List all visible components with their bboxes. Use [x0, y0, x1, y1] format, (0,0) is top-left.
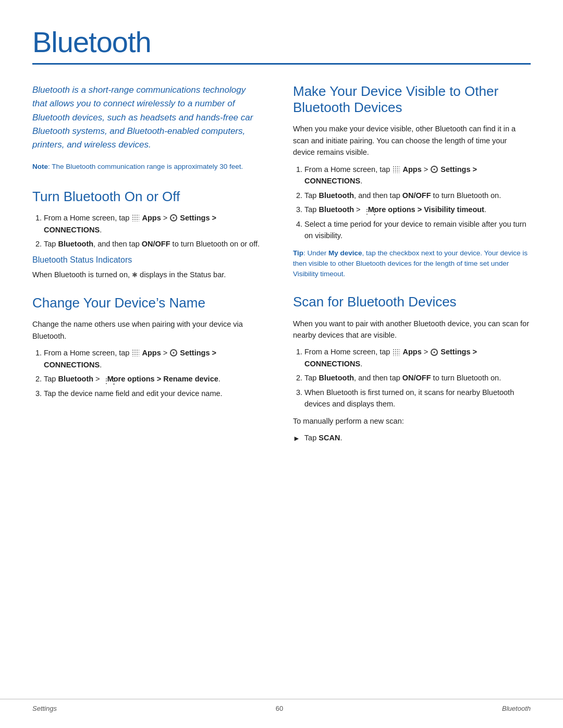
main-content: Bluetooth is a short-range communication…: [32, 83, 531, 459]
section-make-visible: Make Your Device Visible to Other Blueto…: [293, 83, 531, 279]
step-2: Tap Bluetooth, and then tap ON/OFF to tu…: [44, 238, 262, 250]
section-change-name: Change Your Device’s Name Change the nam…: [32, 295, 262, 399]
bluetooth-symbol: ✱: [132, 270, 138, 280]
change-name-step-1: From a Home screen, tap Apps > Settings …: [44, 347, 262, 371]
section-scan: Scan for Bluetooth Devices When you want…: [293, 294, 531, 445]
section-title-make-visible: Make Your Device Visible to Other Blueto…: [293, 83, 531, 116]
change-name-steps: From a Home screen, tap Apps > Settings …: [32, 347, 262, 399]
make-visible-tip: Tip: Under My device, tap the checkbox n…: [293, 248, 531, 280]
left-column: Bluetooth is a short-range communication…: [32, 83, 262, 459]
note-paragraph: Note: The Bluetooth communication range …: [32, 162, 262, 172]
settings-icon: [170, 214, 177, 221]
more-options-icon: ⋮: [103, 375, 105, 382]
change-name-step-3: Tap the device name field and edit your …: [44, 388, 262, 399]
arrow-icon: ►: [293, 433, 300, 445]
apps-icon-3: [393, 166, 400, 173]
status-indicators-body: When Bluetooth is turned on, ✱ displays …: [32, 269, 262, 280]
scan-steps: From a Home screen, tap Apps > Settings …: [293, 346, 531, 410]
make-visible-steps: From a Home screen, tap Apps > Settings …: [293, 164, 531, 242]
section-turn-on-off: Turn Bluetooth On or Off From a Home scr…: [32, 189, 262, 280]
note-content: : The Bluetooth communication range is a…: [48, 163, 243, 170]
footer-center: 60: [276, 705, 283, 712]
make-visible-step-3: Tap Bluetooth > ⋮ More options > Visibil…: [304, 204, 531, 215]
scan-step-1: From a Home screen, tap Apps > Settings …: [304, 346, 531, 369]
section-title-scan: Scan for Bluetooth Devices: [293, 294, 531, 310]
page-footer: Settings 60 Bluetooth: [0, 699, 563, 712]
page: Bluetooth Bluetooth is a short-range com…: [0, 0, 563, 728]
turn-on-off-steps: From a Home screen, tap Apps > Settings …: [32, 212, 262, 250]
scan-step-3: When Bluetooth is first turned on, it sc…: [304, 387, 531, 410]
page-title: Bluetooth: [32, 25, 531, 59]
right-column: Make Your Device Visible to Other Blueto…: [293, 83, 531, 459]
make-visible-step-1: From a Home screen, tap Apps > Settings …: [304, 164, 531, 187]
apps-icon-4: [393, 349, 400, 356]
scan-manual-label: To manually perform a new scan:: [293, 415, 531, 427]
apps-icon: [132, 214, 139, 221]
change-name-intro: Change the name others use when pairing …: [32, 318, 262, 342]
make-visible-step-2: Tap Bluetooth, and then tap ON/OFF to tu…: [304, 190, 531, 201]
make-visible-intro: When you make your device visible, other…: [293, 123, 531, 158]
section-title-change-name: Change Your Device’s Name: [32, 295, 262, 311]
section-title-turn-on-off: Turn Bluetooth On or Off: [32, 189, 262, 205]
step-1: From a Home screen, tap Apps > Settings …: [44, 212, 262, 236]
apps-icon-2: [132, 349, 139, 356]
scan-manual-text: Tap SCAN.: [304, 432, 342, 443]
intro-paragraph: Bluetooth is a short-range communication…: [32, 83, 262, 152]
scan-manual-item: ► Tap SCAN.: [293, 432, 531, 445]
settings-icon-3: [431, 166, 438, 173]
note-label: Note: [32, 163, 48, 170]
footer-left: Settings: [32, 705, 57, 712]
subsection-status-indicators: Bluetooth Status Indicators When Bluetoo…: [32, 255, 262, 280]
footer-right: Bluetooth: [502, 705, 531, 712]
settings-icon-4: [431, 349, 438, 356]
title-divider: [32, 63, 531, 65]
subsection-title-status: Bluetooth Status Indicators: [32, 255, 262, 265]
settings-icon-2: [170, 349, 177, 356]
scan-step-2: Tap Bluetooth, and then tap ON/OFF to tu…: [304, 372, 531, 384]
scan-intro: When you want to pair with another Bluet…: [293, 318, 531, 341]
more-options-icon-2: ⋮: [363, 206, 365, 213]
change-name-step-2: Tap Bluetooth > ⋮ More options > Rename …: [44, 373, 262, 385]
make-visible-step-4: Select a time period for your device to …: [304, 218, 531, 242]
tip-label: Tip: [293, 249, 303, 257]
